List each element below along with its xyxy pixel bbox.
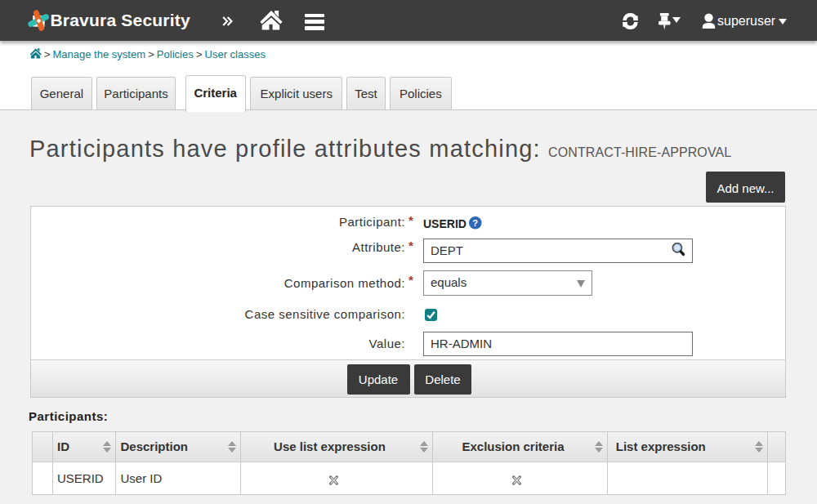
svg-text:?: ? xyxy=(472,218,478,228)
